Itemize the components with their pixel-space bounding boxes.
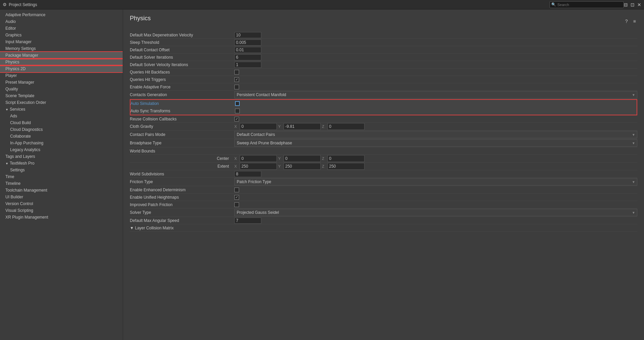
sidebar-item-visual-scripting[interactable]: Visual Scripting bbox=[0, 207, 123, 214]
setting-dropdown-solver-type[interactable]: Projected Gauss SeidelTemporal Gauss Sei… bbox=[234, 209, 637, 216]
maximize-button[interactable]: ⊡ bbox=[631, 2, 635, 7]
sidebar-item-editor[interactable]: Editor bbox=[0, 25, 123, 32]
extent-x-input[interactable] bbox=[240, 163, 277, 170]
sidebar-item-in-app-purchasing[interactable]: In-App Purchasing bbox=[0, 140, 123, 146]
sidebar-item-xr-plugin-management[interactable]: XR Plugin Management bbox=[0, 214, 123, 221]
sidebar-item-label-xr-plugin-management: XR Plugin Management bbox=[5, 215, 48, 220]
sidebar-item-toolchain-management[interactable]: Toolchain Management bbox=[0, 187, 123, 194]
sidebar-item-timeline[interactable]: Timeline bbox=[0, 180, 123, 187]
content-area: Physics ? ≡ Default Max Depenetration Ve… bbox=[123, 9, 644, 340]
setting-row-broadphase-type: Broadphase Type Sweep And Prune Broadpha… bbox=[130, 139, 637, 147]
setting-row-default-solver-iterations: Default Solver Iterations bbox=[130, 54, 637, 61]
setting-checkbox-queries-hit-triggers[interactable] bbox=[234, 77, 239, 82]
center-y-input[interactable] bbox=[284, 155, 321, 162]
center-z-input[interactable] bbox=[327, 155, 364, 162]
sidebar-item-preset-manager[interactable]: Preset Manager bbox=[0, 79, 123, 86]
setting-dropdown-broadphase-type[interactable]: Sweep And Prune BroadphaseMultibox Pruni… bbox=[234, 139, 637, 147]
sidebar-item-audio[interactable]: Audio bbox=[0, 18, 123, 25]
close-button[interactable]: ✕ bbox=[637, 2, 641, 7]
sidebar-item-textmesh-pro[interactable]: ▼TextMesh Pro bbox=[0, 160, 123, 167]
center-x-input[interactable] bbox=[240, 155, 277, 162]
sidebar-item-label-services: Services bbox=[10, 107, 25, 112]
sidebar-item-label-player: Player bbox=[5, 73, 17, 78]
setting-dropdown-friction-type[interactable]: Patch Friction TypeOne Directional Frict… bbox=[234, 178, 637, 186]
vec3-z-input-cloth-gravity[interactable] bbox=[327, 123, 364, 130]
setting-checkbox-enable-adaptive-force[interactable] bbox=[234, 85, 239, 89]
setting-input-world-subdivisions[interactable] bbox=[234, 171, 261, 177]
vec3-x-input-cloth-gravity[interactable] bbox=[240, 123, 277, 130]
sidebar-item-label-scene-template: Scene Template bbox=[5, 93, 34, 98]
sidebar-item-settings[interactable]: Settings bbox=[0, 167, 123, 173]
setting-row-enable-adaptive-force: Enable Adaptive Force bbox=[130, 83, 637, 91]
setting-input-default-solver-velocity-iterations[interactable] bbox=[234, 62, 261, 68]
sidebar-item-label-ui-builder: UI Builder bbox=[5, 195, 23, 199]
sidebar-item-ads[interactable]: Ads bbox=[0, 113, 123, 119]
sidebar-item-physics[interactable]: Physics bbox=[0, 59, 123, 65]
sidebar: Adaptive PerformanceAudioEditorGraphicsI… bbox=[0, 9, 123, 340]
setting-row-enable-unified-heightmaps: Enable Unified Heightmaps bbox=[130, 194, 637, 201]
setting-checkbox-enable-unified-heightmaps[interactable] bbox=[234, 195, 239, 200]
setting-input-default-solver-iterations[interactable] bbox=[234, 54, 261, 60]
sidebar-item-player[interactable]: Player bbox=[0, 72, 123, 79]
setting-checkbox-enable-enhanced-determinism[interactable] bbox=[234, 188, 239, 192]
setting-input-default-max-depenetration-velocity[interactable] bbox=[234, 32, 261, 38]
setting-label-default-max-angular-speed: Default Max Angular Speed bbox=[130, 218, 234, 223]
sidebar-item-ui-builder[interactable]: UI Builder bbox=[0, 194, 123, 200]
setting-label-default-solver-iterations: Default Solver Iterations bbox=[130, 55, 234, 60]
sidebar-item-cloud-diagnostics[interactable]: Cloud Diagnostics bbox=[0, 126, 123, 133]
setting-label-solver-type: Solver Type bbox=[130, 210, 234, 215]
setting-label-enable-enhanced-determinism: Enable Enhanced Determinism bbox=[130, 188, 234, 192]
setting-input-default-contact-offset[interactable] bbox=[234, 47, 261, 53]
sidebar-item-version-control[interactable]: Version Control bbox=[0, 200, 123, 207]
setting-label-enable-adaptive-force: Enable Adaptive Force bbox=[130, 85, 234, 89]
sidebar-item-time[interactable]: Time bbox=[0, 173, 123, 180]
sidebar-item-label-collaborate: Collaborate bbox=[10, 134, 31, 139]
sidebar-item-physics-2d[interactable]: Physics 2D bbox=[0, 65, 123, 72]
extent-y-input[interactable] bbox=[284, 163, 321, 170]
sidebar-item-graphics[interactable]: Graphics bbox=[0, 32, 123, 38]
setting-row-enable-enhanced-determinism: Enable Enhanced Determinism bbox=[130, 186, 637, 194]
setting-checkbox-reuse-collision-callbacks[interactable] bbox=[234, 117, 239, 121]
setting-row-layer-collision-matrix[interactable]: ▼ Layer Collision Matrix bbox=[130, 224, 637, 232]
sidebar-item-scene-template[interactable]: Scene Template bbox=[0, 92, 123, 99]
setting-checkbox-auto-sync-transforms[interactable] bbox=[235, 109, 240, 113]
setting-checkbox-queries-hit-backfaces[interactable] bbox=[234, 70, 239, 75]
vec3-y-label-cloth-gravity: Y bbox=[278, 124, 282, 129]
setting-checkbox-auto-simulation[interactable] bbox=[235, 101, 240, 106]
setting-label-world-subdivisions: World Subdivisions bbox=[130, 172, 234, 176]
sidebar-item-package-manager[interactable]: Package Manager bbox=[0, 52, 123, 59]
dropdown-wrap-contact-pairs-mode: Default Contact PairsEnable Kinematic Ki… bbox=[234, 131, 637, 138]
sidebar-item-label-adaptive-performance: Adaptive Performance bbox=[5, 12, 46, 17]
sidebar-item-tags-and-layers[interactable]: Tags and Layers bbox=[0, 153, 123, 160]
sidebar-item-services[interactable]: ▼Services bbox=[0, 106, 123, 113]
vec3-y-input-cloth-gravity[interactable] bbox=[284, 123, 321, 130]
setting-row-default-solver-velocity-iterations: Default Solver Velocity Iterations bbox=[130, 61, 637, 68]
sidebar-item-script-execution-order[interactable]: Script Execution Order bbox=[0, 99, 123, 106]
setting-label-sleep-threshold: Sleep Threshold bbox=[130, 40, 234, 45]
triangle-icon-textmesh-pro: ▼ bbox=[5, 162, 8, 165]
sidebar-item-label-preset-manager: Preset Manager bbox=[5, 80, 34, 85]
sidebar-item-memory-settings[interactable]: Memory Settings bbox=[0, 45, 123, 52]
setting-row-queries-hit-triggers: Queries Hit Triggers bbox=[130, 76, 637, 83]
setting-label-layer-collision-matrix: ▼ Layer Collision Matrix bbox=[130, 226, 234, 230]
sidebar-item-legacy-analytics[interactable]: Legacy Analytics bbox=[0, 146, 123, 153]
sidebar-item-adaptive-performance[interactable]: Adaptive Performance bbox=[0, 11, 123, 18]
sidebar-item-label-audio: Audio bbox=[5, 19, 16, 24]
sidebar-item-label-timeline: Timeline bbox=[5, 181, 21, 186]
setting-dropdown-contacts-generation[interactable]: Persistent Contact ManifoldLegacy Contac… bbox=[234, 91, 637, 98]
setting-input-sleep-threshold[interactable] bbox=[234, 39, 261, 46]
setting-checkbox-improved-patch-friction[interactable] bbox=[234, 202, 239, 207]
sidebar-item-quality[interactable]: Quality bbox=[0, 86, 123, 92]
extent-z-input[interactable] bbox=[327, 163, 364, 170]
setting-dropdown-contact-pairs-mode[interactable]: Default Contact PairsEnable Kinematic Ki… bbox=[234, 131, 637, 138]
minimize-button[interactable]: ⊟ bbox=[624, 2, 628, 7]
sidebar-item-input-manager[interactable]: Input Manager bbox=[0, 38, 123, 45]
menu-button[interactable]: ≡ bbox=[632, 18, 637, 25]
title-bar-controls: ⊟ ⊡ ✕ bbox=[624, 2, 641, 7]
search-input[interactable] bbox=[550, 1, 624, 8]
help-button[interactable]: ? bbox=[624, 18, 629, 25]
sidebar-item-cloud-build[interactable]: Cloud Build bbox=[0, 119, 123, 126]
sidebar-item-collaborate[interactable]: Collaborate bbox=[0, 133, 123, 140]
extent-vec3: X Y Z bbox=[234, 163, 637, 170]
setting-input-default-max-angular-speed[interactable] bbox=[234, 218, 261, 224]
